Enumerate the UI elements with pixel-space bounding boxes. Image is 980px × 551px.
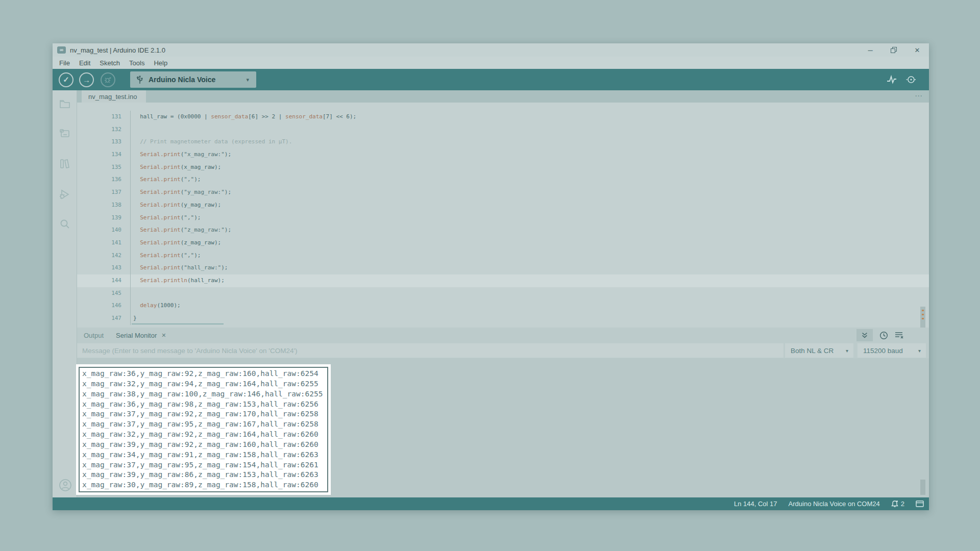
window-title: nv_mag_test | Arduino IDE 2.1.0 [70,46,165,54]
selected-board-label: Arduino Nicla Voice [149,76,246,84]
serial-output-line: x_mag_raw:37,y_mag_raw:95,z_mag_raw:154,… [82,460,325,470]
menu-item-edit[interactable]: Edit [75,59,95,67]
tab-serial-monitor[interactable]: Serial Monitor ✕ [116,332,166,339]
line-number: 135 [77,161,130,174]
line-ending-dropdown[interactable]: Both NL & CR ▾ [785,343,853,358]
serial-output-line: x_mag_raw:32,y_mag_raw:94,z_mag_raw:164,… [82,379,325,389]
line-number: 138 [77,199,130,212]
menubar: FileEditSketchToolsHelp [53,57,929,69]
boards-manager-icon[interactable] [59,128,71,140]
line-number: 145 [77,287,130,300]
library-manager-icon[interactable] [59,158,71,170]
arduino-app-icon: ∞ [57,46,66,54]
toolbar: ✓ → Arduino Nicla Voice ▾ [53,69,929,90]
notification-count: 2 [901,500,904,508]
more-actions-icon[interactable]: ⋯ [915,91,923,101]
line-number: 131 [77,111,130,123]
panel-layout-icon [916,500,924,507]
line-number: 144 [77,274,130,287]
menu-item-help[interactable]: Help [149,59,172,67]
serial-output-line: x_mag_raw:36,y_mag_raw:92,z_mag_raw:160,… [82,369,325,379]
menu-item-file[interactable]: File [55,59,75,67]
serial-output-highlight-box: x_mag_raw:36,y_mag_raw:92,z_mag_raw:160,… [79,367,328,492]
serial-monitor-icon[interactable] [905,74,917,85]
close-serial-monitor-icon[interactable]: ✕ [161,332,166,339]
clear-output-button[interactable] [895,331,904,339]
baud-rate-dropdown[interactable]: 115200 baud ▾ [857,343,926,358]
arduino-ide-window: ∞ nv_mag_test | Arduino IDE 2.1.0 ─ ✕ Fi… [53,43,929,510]
code-line-139: 139 Serial.print(","); [77,212,929,224]
serial-output-line: x_mag_raw:39,y_mag_raw:86,z_mag_raw:153,… [82,470,325,480]
code-line-142: 142 Serial.print(","); [77,249,929,262]
upload-button[interactable]: → [79,72,94,87]
sketchbook-folder-icon[interactable] [59,98,71,110]
close-button[interactable]: ✕ [905,43,929,57]
line-number: 134 [77,148,130,161]
line-number: 139 [77,212,130,224]
bell-icon [891,500,898,508]
tab-output[interactable]: Output [84,332,104,339]
chevron-down-icon: ▾ [246,77,249,83]
line-number: 133 [77,136,130,148]
serial-monitor-tab-label: Serial Monitor [116,332,157,339]
code-editor[interactable]: 131 hall_raw = (0x0000 | sensor_data[6] … [77,103,929,328]
code-line-136: 136 Serial.print(","); [77,173,929,186]
code-line-134: 134 Serial.print("x_mag_raw:"); [77,148,929,161]
code-line-137: 137 Serial.print("y_mag_raw:"); [77,186,929,199]
board-selector[interactable]: Arduino Nicla Voice ▾ [130,71,256,88]
line-number: 141 [77,237,130,249]
toolbar-right-icons [886,69,917,90]
code-line-145: 145 [77,287,929,300]
minimize-button[interactable]: ─ [859,43,882,57]
serial-message-input[interactable] [77,343,783,358]
timestamp-toggle[interactable] [879,331,888,340]
serial-plotter-icon[interactable] [886,74,897,85]
board-connection-status: Arduino Nicla Voice on COM24 [789,500,880,508]
line-number: 140 [77,224,130,237]
line-number: 136 [77,173,130,186]
clear-output-icon [895,331,904,339]
code-line-147: 147} [77,312,929,325]
serial-output-scrollbar[interactable] [920,480,925,495]
debug-sidebar-icon[interactable] [59,188,71,201]
verify-button[interactable]: ✓ [59,72,74,87]
serial-output-line: x_mag_raw:39,y_mag_raw:92,z_mag_raw:160,… [82,440,325,450]
serial-output-line: x_mag_raw:32,y_mag_raw:92,z_mag_raw:164,… [82,430,325,440]
code-line-141: 141 Serial.print(z_mag_raw); [77,237,929,249]
restore-button[interactable] [882,43,905,57]
serial-output-line: x_mag_raw:30,y_mag_raw:89,z_mag_raw:158,… [82,480,325,490]
account-icon[interactable] [59,479,71,491]
serial-message-row: Both NL & CR ▾ 115200 baud ▾ [77,343,929,358]
menu-item-sketch[interactable]: Sketch [95,59,125,67]
notifications-button[interactable]: 2 [891,500,904,508]
autoscroll-toggle[interactable] [856,329,873,341]
line-ending-value: Both NL & CR [791,347,846,355]
code-line-144: 144 Serial.println(hall_raw); [77,274,929,287]
restore-icon [891,47,897,53]
cursor-position: Ln 144, Col 17 [734,500,777,508]
serial-output-line: x_mag_raw:37,y_mag_raw:95,z_mag_raw:167,… [82,419,325,430]
double-chevron-down-icon [861,332,868,339]
debug-button[interactable] [101,72,115,87]
menu-item-tools[interactable]: Tools [125,59,149,67]
clock-icon [879,331,888,340]
chevron-down-icon: ▾ [846,348,848,354]
code-line-131: 131 hall_raw = (0x0000 | sensor_data[6] … [77,111,929,123]
serial-output-lines: x_mag_raw:36,y_mag_raw:92,z_mag_raw:160,… [82,369,325,490]
line-number: 132 [77,123,130,136]
line-number: 143 [77,262,130,274]
search-icon[interactable] [59,218,71,230]
toggle-panel-button[interactable] [916,500,924,507]
editor-scrollbar[interactable] [920,307,925,328]
code-line-143: 143 Serial.print("hall_raw:"); [77,262,929,274]
line-number: 146 [77,299,130,312]
serial-output-line: x_mag_raw:37,y_mag_raw:92,z_mag_raw:170,… [82,409,325,419]
code-lines: 131 hall_raw = (0x0000 | sensor_data[6] … [77,111,929,325]
baud-rate-value: 115200 baud [863,347,918,355]
code-line-138: 138 Serial.print(y_mag_raw); [77,199,929,212]
activity-sidebar [53,90,77,497]
serial-output-line: x_mag_raw:36,y_mag_raw:98,z_mag_raw:153,… [82,399,325,410]
tab-nv-mag-test[interactable]: nv_mag_test.ino [82,90,146,103]
code-line-135: 135 Serial.print(x_mag_raw); [77,161,929,174]
serial-output-line: x_mag_raw:38,y_mag_raw:100,z_mag_raw:146… [82,389,325,399]
